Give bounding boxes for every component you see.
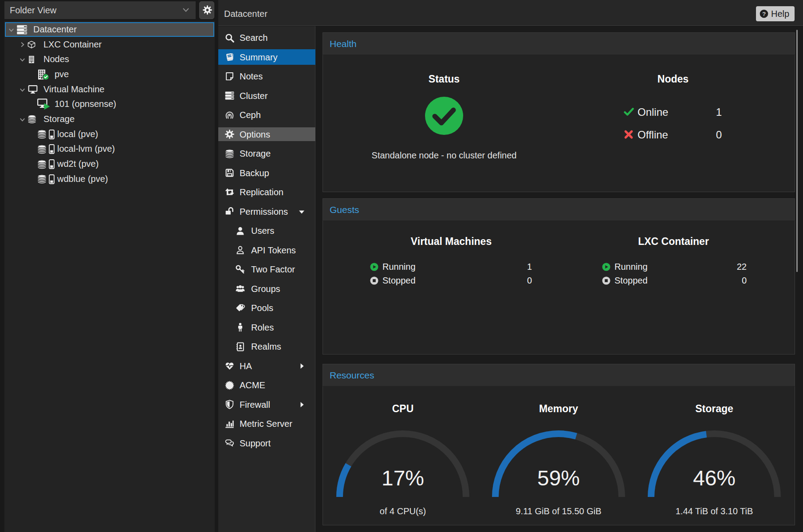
svg-text:?: ?	[762, 11, 766, 17]
